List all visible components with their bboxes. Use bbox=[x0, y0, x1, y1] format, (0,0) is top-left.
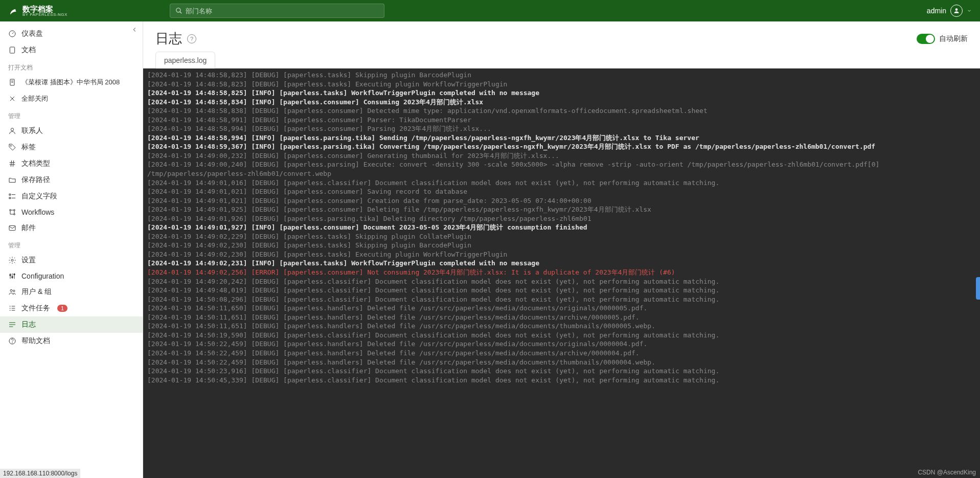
chevron-down-icon bbox=[967, 8, 972, 13]
user-icon bbox=[8, 127, 16, 135]
svg-line-15 bbox=[13, 161, 13, 167]
svg-point-24 bbox=[11, 259, 13, 261]
log-line: [2024-01-19 14:48:58,834] [INFO] [paperl… bbox=[147, 98, 976, 107]
sidebar-item-users[interactable]: 用户 & 组 bbox=[0, 284, 143, 300]
sidebar-item-label: 全部关闭 bbox=[21, 94, 48, 103]
sidebar-item-label: 设置 bbox=[21, 256, 36, 265]
app-logo[interactable]: 数字档案 BY PAPERLESS-NGX bbox=[8, 5, 67, 17]
svg-rect-23 bbox=[9, 225, 15, 230]
hash-icon bbox=[8, 160, 16, 168]
svg-point-10 bbox=[11, 128, 13, 131]
help-icon[interactable]: ? bbox=[187, 34, 196, 43]
log-line: [2024-01-19 14:48:58,823] [DEBUG] [paper… bbox=[147, 71, 976, 80]
log-line: [2024-01-19 14:50:23,916] [DEBUG] [paper… bbox=[147, 367, 976, 376]
watermark: CSDN @AscendKing bbox=[918, 469, 976, 476]
side-handle[interactable] bbox=[976, 277, 980, 300]
log-tabs: paperless.log bbox=[143, 52, 980, 69]
svg-point-0 bbox=[176, 8, 180, 12]
sidebar-item-label: 标签 bbox=[21, 143, 36, 152]
sidebar-item-workflow[interactable]: Workflows bbox=[0, 204, 143, 220]
sidebar-item-dashboard[interactable]: 仪表盘 bbox=[0, 26, 143, 42]
svg-line-14 bbox=[11, 161, 11, 167]
sidebar-item-document[interactable]: 文档 bbox=[0, 42, 143, 58]
sidebar: 仪表盘文档 打开文档 《菜根谭 插图本》中华书局 2008全部关闭 管理 联系人… bbox=[0, 21, 143, 478]
svg-point-20 bbox=[10, 210, 11, 211]
section-manage: 管理 bbox=[0, 107, 143, 123]
auto-refresh-label: 自动刷新 bbox=[939, 34, 968, 43]
sidebar-item-label: 保存路径 bbox=[21, 175, 50, 185]
leaf-icon bbox=[8, 6, 18, 16]
dashboard-icon bbox=[8, 30, 16, 38]
svg-point-31 bbox=[10, 289, 12, 291]
sidebar-item-task[interactable]: 文件任务1 bbox=[0, 300, 143, 316]
sidebar-item-label: 自定义字段 bbox=[21, 192, 57, 201]
log-line: [2024-01-19 14:49:02,256] [ERROR] [paper… bbox=[147, 268, 976, 277]
app-header: 数字档案 BY PAPERLESS-NGX admin bbox=[0, 0, 980, 21]
page-title: 日志 bbox=[155, 30, 182, 48]
tab-paperless-log[interactable]: paperless.log bbox=[155, 52, 215, 69]
log-line: [2024-01-19 14:50:22,459] [DEBUG] [paper… bbox=[147, 358, 976, 367]
gear-icon bbox=[8, 256, 16, 264]
log-line: [2024-01-19 14:49:00,240] [DEBUG] [paper… bbox=[147, 160, 976, 178]
svg-line-1 bbox=[179, 12, 181, 14]
log-line: [2024-01-19 14:50:11,650] [DEBUG] [paper… bbox=[147, 304, 976, 313]
badge: 1 bbox=[57, 305, 67, 312]
log-line: [2024-01-19 14:49:02,231] [INFO] [paperl… bbox=[147, 259, 976, 268]
svg-point-11 bbox=[10, 145, 11, 146]
sidebar-item-label: 邮件 bbox=[21, 223, 36, 233]
sidebar-item-label: 联系人 bbox=[21, 126, 43, 135]
users-icon bbox=[8, 288, 16, 296]
log-line: [2024-01-19 14:50:08,296] [DEBUG] [paper… bbox=[147, 295, 976, 304]
sidebar-item-label: 仪表盘 bbox=[21, 29, 43, 38]
log-line: [2024-01-19 14:49:02,229] [DEBUG] [paper… bbox=[147, 232, 976, 241]
svg-rect-16 bbox=[9, 194, 11, 195]
search-input[interactable] bbox=[186, 7, 379, 15]
sidebar-item-log[interactable]: 日志 bbox=[0, 316, 143, 333]
log-line: [2024-01-19 14:50:11,651] [DEBUG] [paper… bbox=[147, 313, 976, 322]
sidebar-item-sliders[interactable]: Configuration bbox=[0, 268, 143, 284]
sidebar-item-label: Configuration bbox=[21, 272, 64, 280]
document-icon bbox=[8, 46, 16, 54]
app-title: 数字档案 bbox=[22, 5, 67, 13]
log-viewer[interactable]: [2024-01-19 14:48:58,823] [DEBUG] [paper… bbox=[143, 69, 980, 478]
svg-point-43 bbox=[12, 343, 13, 343]
log-line: [2024-01-19 14:49:20,242] [DEBUG] [paper… bbox=[147, 277, 976, 286]
help-icon bbox=[8, 337, 16, 345]
sidebar-item-label: 用户 & 组 bbox=[21, 287, 52, 297]
sidebar-item-fields[interactable]: 自定义字段 bbox=[0, 188, 143, 204]
search-box[interactable] bbox=[170, 4, 384, 18]
svg-point-32 bbox=[13, 290, 15, 291]
svg-point-2 bbox=[955, 8, 958, 11]
doc-icon bbox=[8, 78, 16, 86]
status-bar: 192.168.168.110:8000/logs bbox=[0, 469, 80, 478]
sliders-icon bbox=[8, 272, 16, 280]
sidebar-item-folder[interactable]: 保存路径 bbox=[0, 172, 143, 188]
fields-icon bbox=[8, 192, 16, 200]
collapse-sidebar-button[interactable] bbox=[128, 24, 141, 36]
sidebar-item-doc[interactable]: 《菜根谭 插图本》中华书局 2008 bbox=[0, 74, 143, 90]
sidebar-item-help[interactable]: 帮助文档 bbox=[0, 333, 143, 349]
log-line: [2024-01-19 14:48:58,823] [DEBUG] [paper… bbox=[147, 80, 976, 89]
log-line: [2024-01-19 14:50:22,459] [DEBUG] [paper… bbox=[147, 349, 976, 358]
sidebar-item-hash[interactable]: 文档类型 bbox=[0, 155, 143, 172]
log-line: [2024-01-19 14:49:48,019] [DEBUG] [paper… bbox=[147, 286, 976, 295]
section-admin: 管理 bbox=[0, 236, 143, 252]
log-line: [2024-01-19 14:50:19,590] [DEBUG] [paper… bbox=[147, 331, 976, 340]
sidebar-item-close[interactable]: 全部关闭 bbox=[0, 90, 143, 107]
log-line: [2024-01-19 14:49:02,230] [DEBUG] [paper… bbox=[147, 250, 976, 259]
sidebar-item-tag[interactable]: 标签 bbox=[0, 139, 143, 155]
log-icon bbox=[8, 321, 16, 329]
search-icon bbox=[175, 7, 183, 14]
sidebar-item-user[interactable]: 联系人 bbox=[0, 123, 143, 139]
sidebar-item-gear[interactable]: 设置 bbox=[0, 252, 143, 268]
log-line: [2024-01-19 14:48:58,838] [DEBUG] [paper… bbox=[147, 106, 976, 116]
user-menu[interactable]: admin bbox=[927, 5, 972, 17]
username: admin bbox=[927, 7, 946, 15]
log-line: [2024-01-19 14:48:59,367] [INFO] [paperl… bbox=[147, 142, 976, 151]
log-line: [2024-01-19 14:50:22,459] [DEBUG] [paper… bbox=[147, 339, 976, 349]
sidebar-item-label: 《菜根谭 插图本》中华书局 2008 bbox=[21, 78, 120, 87]
log-line: [2024-01-19 14:48:58,991] [DEBUG] [paper… bbox=[147, 116, 976, 125]
sidebar-item-mail[interactable]: 邮件 bbox=[0, 220, 143, 236]
auto-refresh-toggle[interactable] bbox=[917, 34, 935, 44]
log-line: [2024-01-19 14:49:00,232] [DEBUG] [paper… bbox=[147, 151, 976, 161]
